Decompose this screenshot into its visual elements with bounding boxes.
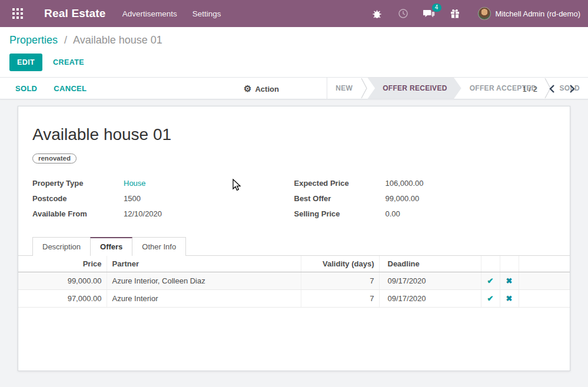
- field-value: 12/10/2020: [124, 209, 162, 218]
- stage-offer-received[interactable]: OFFER RECEIVED: [367, 78, 461, 99]
- column-partner[interactable]: Partner: [107, 256, 301, 272]
- apps-grid-icon[interactable]: [8, 4, 28, 24]
- action-menu-button[interactable]: ⚙ Action: [244, 84, 279, 94]
- field-label: Selling Price: [294, 209, 386, 218]
- user-name: Mitchell Admin (rd-demo): [496, 9, 581, 18]
- statusbar: SOLD CANCEL NEW OFFER RECEIVED OFFER ACC…: [0, 78, 588, 99]
- user-menu[interactable]: Mitchell Admin (rd-demo): [478, 7, 581, 20]
- offer-partner: Azure Interior: [107, 290, 301, 308]
- field-available-from: Available From 12/10/2020: [32, 209, 294, 218]
- gear-icon: ⚙: [244, 84, 251, 94]
- offer-validity: 7: [301, 272, 379, 290]
- menu-settings[interactable]: Settings: [192, 9, 221, 18]
- field-label: Available From: [32, 209, 124, 218]
- sold-button[interactable]: SOLD: [9, 81, 43, 96]
- stage-new[interactable]: NEW: [327, 78, 361, 99]
- column-validity[interactable]: Validity (days): [301, 256, 379, 272]
- cancel-button[interactable]: CANCEL: [48, 81, 92, 96]
- breadcrumb-properties[interactable]: Properties: [9, 34, 58, 46]
- column-price[interactable]: Price: [18, 256, 107, 272]
- field-property-type: Property Type House: [32, 179, 294, 188]
- offer-row[interactable]: 97,000.00 Azure Interior 7 09/17/2020 ✔ …: [18, 290, 570, 308]
- gift-icon[interactable]: [449, 7, 461, 20]
- tab-other-info[interactable]: Other Info: [132, 237, 186, 256]
- field-postcode: Postcode 1500: [32, 194, 294, 203]
- breadcrumb: Properties / Available house 01: [9, 34, 579, 46]
- menu-advertisements[interactable]: Advertisements: [122, 9, 177, 18]
- field-value: 106,000.00: [386, 179, 424, 188]
- top-navbar: Real Estate Advertisements Settings 4: [0, 0, 588, 27]
- form-sheet: Available house 01 renovated Property Ty…: [18, 106, 570, 371]
- activities-clock-icon[interactable]: [397, 7, 410, 20]
- messages-count-badge: 4: [432, 4, 441, 12]
- create-button[interactable]: CREATE: [53, 58, 84, 66]
- offer-partner: Azure Interior, Colleen Diaz: [107, 272, 301, 290]
- bug-icon[interactable]: [371, 7, 384, 20]
- field-best-offer: Best Offer 99,000.00: [294, 194, 556, 203]
- accept-offer-icon[interactable]: ✔: [481, 290, 500, 308]
- tag-renovated: renovated: [32, 154, 77, 164]
- offer-validity: 7: [301, 290, 379, 308]
- record-title: Available house 01: [32, 125, 556, 144]
- offer-price: 97,000.00: [18, 290, 107, 308]
- field-label: Best Offer: [294, 194, 386, 203]
- accept-offer-icon[interactable]: ✔: [481, 272, 500, 290]
- field-value: 1500: [124, 194, 141, 203]
- field-label: Property Type: [32, 179, 124, 188]
- tab-offers[interactable]: Offers: [90, 237, 132, 256]
- offer-deadline: 09/17/2020: [379, 290, 481, 308]
- field-expected-price: Expected Price 106,000.00: [294, 179, 556, 188]
- messages-icon[interactable]: 4: [423, 7, 436, 20]
- stage-chevron-icon: [361, 78, 367, 99]
- offer-price: 99,000.00: [18, 272, 107, 290]
- offers-table: Price Partner Validity (days) Deadline 9…: [18, 256, 570, 308]
- user-avatar: [478, 7, 491, 20]
- breadcrumb-separator: /: [64, 34, 67, 46]
- offer-row[interactable]: 99,000.00 Azure Interior, Colleen Diaz 7…: [18, 272, 570, 290]
- field-value: 99,000.00: [386, 194, 420, 203]
- pager-next-button[interactable]: [566, 84, 579, 94]
- field-selling-price: Selling Price 0.00: [294, 209, 556, 218]
- notebook-tabs: Description Offers Other Info: [18, 236, 570, 256]
- offers-table-header: Price Partner Validity (days) Deadline: [18, 256, 570, 272]
- refuse-offer-icon[interactable]: ✖: [500, 272, 519, 290]
- form-view: Available house 01 renovated Property Ty…: [0, 99, 588, 371]
- field-value: 0.00: [386, 209, 400, 218]
- breadcrumb-current: Available house 01: [73, 34, 162, 46]
- tab-description[interactable]: Description: [32, 237, 91, 256]
- property-type-link[interactable]: House: [124, 179, 146, 188]
- column-deadline[interactable]: Deadline: [379, 256, 481, 272]
- refuse-offer-icon[interactable]: ✖: [500, 290, 519, 308]
- edit-button[interactable]: EDIT: [9, 54, 42, 71]
- field-label: Expected Price: [294, 179, 386, 188]
- offer-deadline: 09/17/2020: [379, 272, 481, 290]
- pager-previous-button[interactable]: [546, 84, 558, 94]
- field-label: Postcode: [32, 194, 124, 203]
- action-label: Action: [255, 85, 278, 94]
- control-panel: Properties / Available house 01 EDIT CRE…: [0, 27, 588, 78]
- app-brand[interactable]: Real Estate: [44, 7, 106, 20]
- pager-value[interactable]: 1 / 2: [523, 85, 537, 94]
